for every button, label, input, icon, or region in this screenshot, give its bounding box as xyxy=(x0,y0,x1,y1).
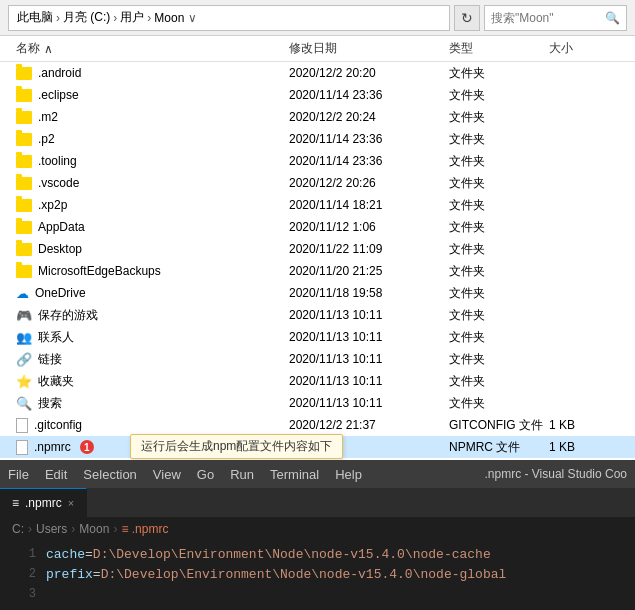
list-item[interactable]: .xp2p 2020/11/14 18:21 文件夹 xyxy=(0,194,635,216)
file-type: 文件夹 xyxy=(449,241,549,258)
tab-npmrc[interactable]: ≡ .npmrc × xyxy=(0,488,87,517)
file-type: 文件夹 xyxy=(449,263,549,280)
col-name[interactable]: 名称 ∧ xyxy=(16,40,289,57)
list-item[interactable]: Desktop 2020/11/22 11:09 文件夹 xyxy=(0,238,635,260)
file-name: AppData xyxy=(16,220,289,234)
file-date: 2020/11/12 1:06 xyxy=(289,220,449,234)
list-item[interactable]: ☁OneDrive 2020/11/18 19:58 文件夹 xyxy=(0,282,635,304)
code-eq: = xyxy=(93,567,101,582)
list-item[interactable]: 🔍搜索 2020/11/13 10:11 文件夹 xyxy=(0,392,635,414)
list-item[interactable]: .eclipse 2020/11/14 23:36 文件夹 xyxy=(0,84,635,106)
file-name: .android xyxy=(16,66,289,80)
menu-help[interactable]: Help xyxy=(335,467,362,482)
file-date: 2020/11/13 10:11 xyxy=(289,330,449,344)
bc-c: C: xyxy=(12,522,24,536)
list-item[interactable]: 🔗链接 2020/11/13 10:11 文件夹 xyxy=(0,348,635,370)
list-item[interactable]: .m2 2020/12/2 20:24 文件夹 xyxy=(0,106,635,128)
file-type: 文件夹 xyxy=(449,329,549,346)
menu-terminal[interactable]: Terminal xyxy=(270,467,319,482)
npmrc-size: 1 KB xyxy=(549,440,619,454)
file-type: 文件夹 xyxy=(449,395,549,412)
file-date: 2020/11/18 19:58 xyxy=(289,286,449,300)
bc-users: Users xyxy=(36,522,67,536)
file-type: 文件夹 xyxy=(449,197,549,214)
file-date: 2020/11/22 11:09 xyxy=(289,242,449,256)
file-date: 2020/11/14 23:36 xyxy=(289,132,449,146)
file-type: 文件夹 xyxy=(449,307,549,324)
file-type: 文件夹 xyxy=(449,175,549,192)
file-date: 2020/11/13 10:11 xyxy=(289,396,449,410)
code-eq: = xyxy=(85,547,93,562)
file-name: .m2 xyxy=(16,110,289,124)
tab-close-button[interactable]: × xyxy=(68,497,74,509)
vscode-editor-content: 1 cache = D:\Develop\Environment\Node\no… xyxy=(0,540,635,610)
file-name: Desktop xyxy=(16,242,289,256)
path-moon: Moon xyxy=(154,11,184,25)
menu-view[interactable]: View xyxy=(153,467,181,482)
refresh-button[interactable]: ↻ xyxy=(454,5,480,31)
file-type: 文件夹 xyxy=(449,351,549,368)
file-name: .xp2p xyxy=(16,198,289,212)
vscode-panel: File Edit Selection View Go Run Terminal… xyxy=(0,460,635,610)
file-type: 文件夹 xyxy=(449,109,549,126)
npmrc-badge: 1 xyxy=(80,440,94,454)
file-date: 2020/11/13 10:11 xyxy=(289,308,449,322)
file-type: 文件夹 xyxy=(449,285,549,302)
file-type: GITCONFIG 文件 xyxy=(449,417,549,434)
npmrc-row[interactable]: .npmrc 1 运行后会生成npm配置文件内容如下 NPMRC 文件 1 KB xyxy=(0,436,635,458)
menu-go[interactable]: Go xyxy=(197,467,214,482)
menu-edit[interactable]: Edit xyxy=(45,467,67,482)
file-name: 🔗链接 xyxy=(16,351,289,368)
file-type: 文件夹 xyxy=(449,153,549,170)
list-item[interactable]: .tooling 2020/11/14 23:36 文件夹 xyxy=(0,150,635,172)
list-item[interactable]: ⭐收藏夹 2020/11/13 10:11 文件夹 xyxy=(0,370,635,392)
search-input[interactable] xyxy=(491,11,601,25)
file-type: 文件夹 xyxy=(449,219,549,236)
col-type[interactable]: 类型 xyxy=(449,40,549,57)
file-date: 2020/11/14 23:36 xyxy=(289,154,449,168)
file-date: 2020/12/2 21:37 xyxy=(289,418,449,432)
file-date: 2020/11/14 18:21 xyxy=(289,198,449,212)
path-users: 用户 xyxy=(120,9,144,26)
list-item[interactable]: 🎮保存的游戏 2020/11/13 10:11 文件夹 xyxy=(0,304,635,326)
list-item[interactable]: MicrosoftEdgeBackups 2020/11/20 21:25 文件… xyxy=(0,260,635,282)
col-date[interactable]: 修改日期 xyxy=(289,40,449,57)
code-line: 2 prefix = D:\Develop\Environment\Node\n… xyxy=(0,564,635,584)
col-size[interactable]: 大小 xyxy=(549,40,619,57)
path-dropdown-arrow[interactable]: ∨ xyxy=(188,11,197,25)
file-date: 2020/12/2 20:20 xyxy=(289,66,449,80)
file-date: 2020/12/2 20:26 xyxy=(289,176,449,190)
menu-file[interactable]: File xyxy=(8,467,29,482)
file-type: 文件夹 xyxy=(449,65,549,82)
list-item[interactable]: .android 2020/12/2 20:20 文件夹 xyxy=(0,62,635,84)
code-val: D:\Develop\Environment\Node\node-v15.4.0… xyxy=(93,547,491,562)
bc-file: ≡ .npmrc xyxy=(121,522,168,536)
address-path[interactable]: 此电脑 › 月亮 (C:) › 用户 › Moon ∨ xyxy=(8,5,450,31)
tab-label: .npmrc xyxy=(25,496,62,510)
list-item[interactable]: .p2 2020/11/14 23:36 文件夹 xyxy=(0,128,635,150)
npmrc-tooltip: 运行后会生成npm配置文件内容如下 xyxy=(130,434,343,459)
code-val: D:\Develop\Environment\Node\node-v15.4.0… xyxy=(101,567,507,582)
tab-icon: ≡ xyxy=(12,496,19,510)
vscode-menubar: File Edit Selection View Go Run Terminal… xyxy=(0,460,635,488)
list-item[interactable]: 👥联系人 2020/11/13 10:11 文件夹 xyxy=(0,326,635,348)
file-date: 2020/11/20 21:25 xyxy=(289,264,449,278)
list-item[interactable]: .vscode 2020/12/2 20:26 文件夹 xyxy=(0,172,635,194)
file-name: .tooling xyxy=(16,154,289,168)
sort-arrow: ∧ xyxy=(44,42,53,56)
menu-run[interactable]: Run xyxy=(230,467,254,482)
list-item[interactable]: AppData 2020/11/12 1:06 文件夹 xyxy=(0,216,635,238)
file-name: ⭐收藏夹 xyxy=(16,373,289,390)
file-size: 1 KB xyxy=(549,418,619,432)
file-name: .gitconfig xyxy=(16,418,289,433)
file-name: MicrosoftEdgeBackups xyxy=(16,264,289,278)
npmrc-file-name: .npmrc 1 运行后会生成npm配置文件内容如下 xyxy=(16,440,289,455)
file-date: 2020/11/13 10:11 xyxy=(289,352,449,366)
code-line: 1 cache = D:\Develop\Environment\Node\no… xyxy=(0,544,635,564)
search-box: 🔍 xyxy=(484,5,627,31)
file-name: .vscode xyxy=(16,176,289,190)
menu-selection[interactable]: Selection xyxy=(83,467,136,482)
code-key: prefix xyxy=(46,567,93,582)
file-name: 🔍搜索 xyxy=(16,395,289,412)
list-item[interactable]: .gitconfig 2020/12/2 21:37 GITCONFIG 文件 … xyxy=(0,414,635,436)
